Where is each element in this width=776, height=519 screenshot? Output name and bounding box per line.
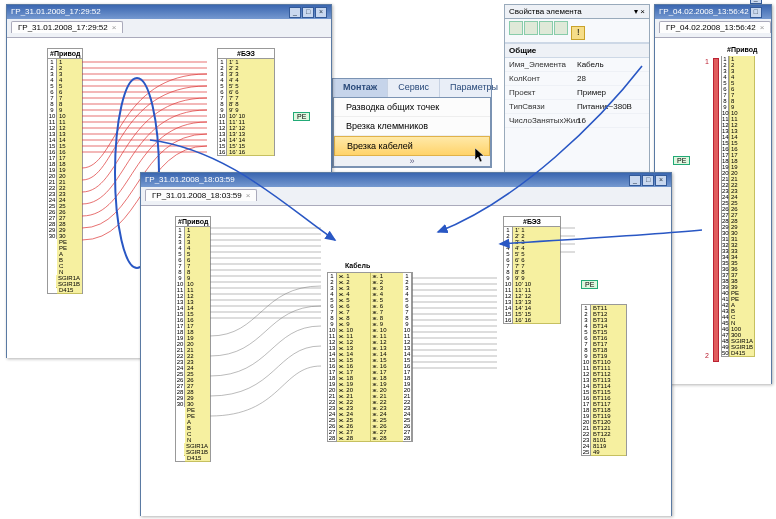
tool-bang-icon[interactable]: ! <box>571 26 585 40</box>
doctab-close-icon[interactable]: × <box>760 23 765 32</box>
workarea-right[interactable]: #Привод 11223344556677889910101111121213… <box>655 38 771 384</box>
pin-label: 49 <box>591 449 626 456</box>
tabstrip-right: ГР_04.02.2008_13:56:42× <box>655 19 771 38</box>
bus-bar <box>713 58 719 362</box>
doctab-close-icon[interactable]: × <box>246 191 251 200</box>
block-header: #БЭЗ <box>218 49 274 59</box>
doctab-right[interactable]: ГР_04.02.2008_13:56:42× <box>659 21 771 33</box>
pin-label: D415 <box>57 287 82 294</box>
tab-service[interactable]: Сервис <box>388 79 440 97</box>
pin-label: 16' 16 <box>513 317 560 324</box>
tool-2[interactable] <box>524 21 538 35</box>
properties-section: Общие <box>505 43 649 58</box>
block-label-cable: Кабель <box>345 262 370 269</box>
pe-node-b: PE <box>581 280 598 289</box>
property-value: 16 <box>573 114 649 127</box>
bus-pin-1: 1 <box>705 58 709 65</box>
properties-panel: Свойства элемента ▾ × ! Общие Имя_Элемен… <box>504 4 650 174</box>
block-cable-b: 1ж. 1ж. 112ж. 2ж. 223ж. 3ж. 334ж. 4ж. 44… <box>327 272 413 442</box>
ribbon-menu: Разводка общих точек Врезка клеммников В… <box>333 97 491 167</box>
tool-3[interactable] <box>539 21 553 35</box>
property-row: Имя_ЭлементаКабель <box>505 58 649 72</box>
min-icon[interactable]: _ <box>289 7 301 18</box>
pin: D415 <box>48 287 82 293</box>
block-header: #Привод <box>48 49 82 59</box>
canvas: Монтаж Сервис Параметры Разводка общих т… <box>0 0 776 519</box>
property-value: 28 <box>573 72 649 85</box>
properties-toolbar: ! <box>505 19 649 43</box>
min-icon[interactable]: _ <box>750 0 762 4</box>
tab-params[interactable]: Параметры <box>440 79 509 97</box>
property-row: ТипСвязиПитание~380В <box>505 100 649 114</box>
pin: 50D415 <box>721 350 755 356</box>
block-bez-tl: #БЭЗ 11' 122' 233' 344' 455' 566' 677' 7… <box>217 48 275 156</box>
property-row: КолКонт28 <box>505 72 649 86</box>
strip-right: 1122334455667788991010111112121313141415… <box>721 56 755 356</box>
close-icon[interactable]: × <box>655 175 667 186</box>
pin-number: 50 <box>721 350 729 357</box>
block-header: #Привод <box>176 217 210 227</box>
tab-montage[interactable]: Монтаж <box>333 79 388 97</box>
doctab-top-left[interactable]: ГР_31.01.2008_17:29:52× <box>11 21 123 33</box>
doctab-bottom[interactable]: ГР_31.01.2008_18:03:59× <box>145 189 257 201</box>
menu-item-kabeli[interactable]: Врезка кабелей <box>334 136 490 156</box>
property-row: ЧислоЗанятыхЖил16 <box>505 114 649 128</box>
property-value: Кабель <box>573 58 649 71</box>
property-key: Проект <box>505 86 573 99</box>
titlebar-top-left[interactable]: ГР_31.01.2008_17:29:52 _□× <box>7 5 331 19</box>
menu-item-klemmniki[interactable]: Врезка клеммников <box>334 117 490 136</box>
window-buttons: _□× <box>288 5 327 19</box>
block-codes-b: 1БT112БT123БT134БT145БT156БT167БT178БT18… <box>581 304 627 456</box>
pin-label: ж. 28 <box>370 435 404 442</box>
property-key: ЧислоЗанятыхЖил <box>505 114 573 127</box>
tabstrip-top-left: ГР_31.01.2008_17:29:52× <box>7 19 331 38</box>
bus-pin-2: 2 <box>705 352 709 359</box>
property-key: Имя_Элемента <box>505 58 573 71</box>
tabstrip-bottom: ГР_31.01.2008_18:03:59× <box>141 187 671 206</box>
block-privod-b: #Привод 11223344556677889910101111121213… <box>175 216 211 462</box>
titlebar-bottom[interactable]: ГР_31.01.2008_18:03:59 _□× <box>141 173 671 187</box>
pin-number: 28 <box>403 435 412 441</box>
pin-number: 25 <box>582 449 591 455</box>
pin-number: 28 <box>328 435 337 441</box>
pin-label: D415 <box>729 350 755 357</box>
menu-item-razvodka[interactable]: Разводка общих точек <box>334 98 490 117</box>
property-key: КолКонт <box>505 72 573 85</box>
pin-label: ж. 28 <box>337 435 370 442</box>
tool-4[interactable] <box>554 21 568 35</box>
pin: 1616' 16 <box>218 149 274 155</box>
max-icon[interactable]: □ <box>642 175 654 186</box>
property-value: Питание~380В <box>573 100 649 113</box>
property-key: ТипСвязи <box>505 100 573 113</box>
min-icon[interactable]: _ <box>629 175 641 186</box>
block-privod-tl: #Привод 11223344556677889910101111121213… <box>47 48 83 294</box>
cursor-icon <box>475 148 486 164</box>
pin-label: 16' 16 <box>227 149 274 156</box>
tool-1[interactable] <box>509 21 523 35</box>
block-header: #БЭЗ <box>504 217 560 227</box>
doctab-close-icon[interactable]: × <box>112 23 117 32</box>
title-top-left: ГР_31.01.2008_17:29:52 <box>11 5 101 19</box>
menu-expand-icon[interactable]: » <box>334 156 490 166</box>
pin: 2549 <box>582 449 626 455</box>
block-label-right: #Привод <box>727 46 757 53</box>
window-bottom: ГР_31.01.2008_18:03:59 _□× ГР_31.01.2008… <box>140 172 672 516</box>
close-icon[interactable]: × <box>315 7 327 18</box>
pin-number: 16 <box>218 149 227 155</box>
properties-title: Свойства элемента ▾ × <box>505 5 649 19</box>
property-value: Пример <box>573 86 649 99</box>
block-bez-b: #БЭЗ 11' 122' 233' 344' 455' 566' 677' 7… <box>503 216 561 324</box>
properties-pin-icon[interactable]: ▾ × <box>634 7 645 16</box>
title-right: ГР_04.02.2008_13:56:42 <box>659 5 749 19</box>
pin-number: 16 <box>504 317 513 323</box>
pins: 1122334455667788991010111112121313141415… <box>48 59 82 293</box>
property-row: ПроектПример <box>505 86 649 100</box>
titlebar-right[interactable]: ГР_04.02.2008_13:56:42 _□× <box>655 5 771 19</box>
pin: D415 <box>176 455 210 461</box>
pe-node-right: PE <box>673 156 690 165</box>
pin: 28ж. 28ж. 2828 <box>328 435 412 441</box>
max-icon[interactable]: □ <box>302 7 314 18</box>
max-icon[interactable]: □ <box>750 7 762 18</box>
pin: 1616' 16 <box>504 317 560 323</box>
workarea-bottom[interactable]: #Привод 11223344556677889910101111121213… <box>141 206 671 516</box>
